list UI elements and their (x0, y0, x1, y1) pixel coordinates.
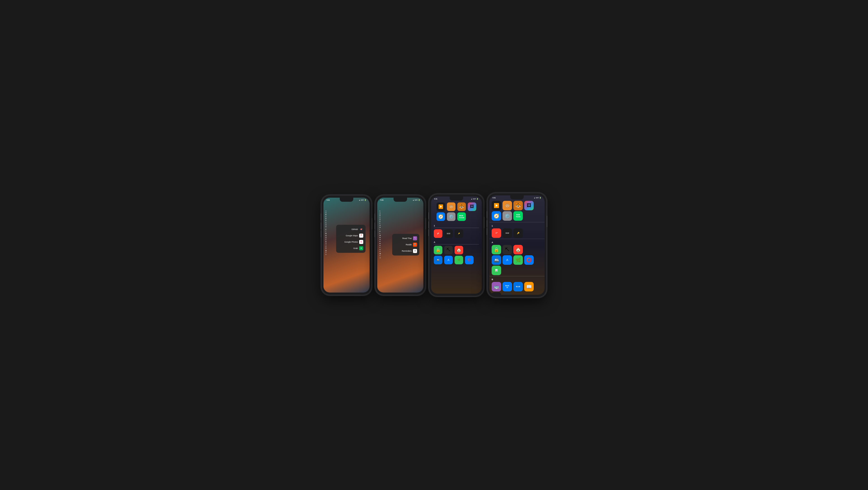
googlephotos-icon: 🌸 (359, 240, 363, 244)
phone-1-background: 9:41 ▲ WiFi 🔋 1 A B C D E F G H I K L (323, 198, 370, 293)
phone-4: 9:41 ▲ WiFi 🔋 ▶️ 🐵 🐯 🖼 🧭 ⚙️ WEBTOON (488, 193, 546, 297)
popup-label-reminders: Reminders (402, 250, 412, 252)
app-webtoon-4[interactable]: WEBTOON (513, 211, 523, 221)
app-books-4[interactable]: 📖 (524, 282, 534, 291)
popup-label-readthai: Read Thai (402, 237, 412, 239)
app-anno[interactable]: ⛏ (444, 246, 453, 254)
app-ferry[interactable]: 🚢 (434, 256, 442, 264)
popup-item-googlemaps[interactable]: Google Maps 📍 (336, 232, 366, 239)
app-airbnb-4[interactable]: 🏠 (513, 245, 523, 254)
sectionB-header-4: B (489, 276, 545, 282)
app-green2-4[interactable]: 🌿 (513, 255, 523, 265)
app-keysafe[interactable]: 🔒 (434, 246, 442, 254)
app-tiger[interactable]: 🐯 (457, 202, 466, 211)
phone-4-background: 9:41 ▲ WiFi 🔋 ▶️ 🐵 🐯 🖼 🧭 ⚙️ WEBTOON (489, 195, 545, 295)
status-time-1: 9:41 (327, 199, 330, 201)
popup-label-googlephotos: Google Photos (344, 241, 358, 243)
app-appstore-4[interactable]: A (502, 255, 512, 265)
app-play-4[interactable]: ▶️ (492, 201, 501, 210)
status-icons-3: ▲ WiFi 🔋 (471, 198, 478, 200)
popup-item-reminders[interactable]: Reminders ☰ (392, 248, 419, 254)
main-scene: 9:41 ▲ WiFi 🔋 1 A B C D E F G H I K L (308, 184, 560, 306)
app-bus-4[interactable]: 🚌 (492, 282, 501, 291)
app-1password[interactable]: 🔑 (455, 229, 463, 238)
app-safari-4[interactable]: 🧭 (492, 211, 501, 221)
phone-2-background: 9:41 ▲ WiFi 🔋 1 A B C D E F G H I K L (377, 198, 423, 293)
status-time-4: 9:41 (493, 197, 496, 199)
app-tiger-4[interactable]: 🐯 (513, 201, 523, 210)
phone-3-screen: 9:41 ▲ WiFi 🔋 ▶️ 🐵 🐯 🖼 🧭 ⚙️ WEBTOON (431, 197, 482, 294)
sectionA-label-3: A (431, 239, 482, 245)
app-14-4[interactable]: 1⁴ (492, 228, 501, 238)
popup-item-googlephotos[interactable]: Google Photos 🌸 (336, 239, 366, 245)
app-monkey-4[interactable]: 🐵 (502, 201, 512, 210)
popup-menu-1: GitHub 🐙 Google Maps 📍 Google Photos 🌸 G… (336, 225, 366, 253)
popup-item-github[interactable]: GitHub 🐙 (336, 226, 366, 232)
app-bankid-4[interactable]: BankID (502, 282, 512, 291)
phone-1-notch (340, 198, 353, 202)
status-time-3: 9:41 (434, 198, 437, 200)
grab-icon: G (359, 246, 363, 250)
popup-item-reddit[interactable]: Reddit 👽 (392, 241, 419, 248)
app-empty (468, 213, 476, 221)
status-icons-1: ▲ WiFi 🔋 (359, 199, 366, 201)
status-icons-2: ▲ WiFi 🔋 (412, 199, 420, 201)
app-photos-4[interactable]: 🖼 (524, 201, 534, 210)
status-icons-4: ▲ WiFi 🔋 (534, 197, 541, 199)
app-14[interactable]: 1⁴ (434, 229, 442, 238)
reminders-icon: ☰ (413, 249, 417, 253)
phone-3: 9:41 ▲ WiFi 🔋 ▶️ 🐵 🐯 🖼 🧭 ⚙️ WEBTOON (429, 194, 484, 296)
phone3-row2-apps: 🧭 ⚙️ WEBTOON (431, 212, 482, 222)
status-time-2: 9:41 (380, 199, 383, 201)
app-keysafe-4[interactable]: 🔒 (492, 245, 501, 254)
reddit-icon: 👽 (413, 242, 417, 247)
alpha-sidebar-2[interactable]: 1 A B C D E F G H I K L M N O P R (379, 210, 381, 259)
app-webtoon[interactable]: WEBTOON (457, 213, 466, 221)
section1-header-4: 1 (489, 222, 545, 228)
app-plus-4[interactable]: + (492, 292, 501, 295)
app-play[interactable]: ▶️ (436, 202, 445, 211)
phone-2-notch (394, 198, 407, 202)
app-photos[interactable]: 🖼 (468, 202, 476, 211)
app-skull-4[interactable]: 💀 (502, 292, 512, 295)
app-airbnb[interactable]: 🏠 (455, 246, 463, 254)
app-ferry-4[interactable]: 🚢 (492, 255, 501, 265)
popup-item-grab[interactable]: Grab G (336, 245, 366, 252)
phone-2: 9:41 ▲ WiFi 🔋 1 A B C D E F G H I K L (375, 195, 425, 295)
bar-icon-row-4: 📊 (489, 265, 545, 275)
app-monkey[interactable]: 🐵 (447, 202, 456, 211)
app-bluepay-4[interactable]: BLUE (513, 282, 523, 291)
app-barchart-4[interactable]: 📊 (492, 266, 501, 275)
app-safari[interactable]: 🧭 (436, 213, 445, 221)
sectionA-apps-row1-3: 🔒 ⛏ 🏠 (431, 245, 482, 255)
googlemaps-icon: 📍 (359, 234, 363, 238)
app-circle[interactable]: ⭕ (465, 256, 473, 264)
popup-menu-2: Read Thai ไ Reddit 👽 Reminders ☰ (392, 234, 419, 256)
section1-label-3: 1 (431, 222, 482, 228)
readthai-icon: ไ (413, 236, 417, 240)
app-appstore[interactable]: A (444, 256, 453, 264)
phone4-top-row2: 🧭 ⚙️ WEBTOON (489, 211, 545, 221)
app-green[interactable]: 🌿 (455, 256, 463, 264)
github-icon: 🐙 (359, 227, 363, 231)
sectionA-row2-4: 🚢 A 🌿 ⭕ (489, 255, 545, 265)
app-settings[interactable]: ⚙️ (447, 213, 456, 221)
alpha-sidebar-1[interactable]: 1 A B C D E F G H I K L M N O P R (325, 210, 327, 256)
phone-3-notch (450, 197, 463, 201)
app-anno-4[interactable]: ⛏ (502, 245, 512, 254)
sectionB-row2-4: + 💀 (489, 292, 545, 295)
phone-2-screen: 9:41 ▲ WiFi 🔋 1 A B C D E F G H I K L (377, 198, 423, 293)
popup-label-github: GitHub (351, 228, 358, 230)
sectionA-header-4: A (489, 239, 545, 244)
popup-item-readthai[interactable]: Read Thai ไ (392, 235, 419, 241)
app-1112-4[interactable]: 1112 (502, 228, 512, 238)
app-1pass-4[interactable]: 🔑 (513, 228, 523, 238)
popup-label-googlemaps: Google Maps (346, 234, 358, 237)
phone-1-screen: 9:41 ▲ WiFi 🔋 1 A B C D E F G H I K L (323, 198, 370, 293)
app-settings-4[interactable]: ⚙️ (502, 211, 512, 221)
phone-4-notch (510, 195, 524, 199)
phone-3-background: 9:41 ▲ WiFi 🔋 ▶️ 🐵 🐯 🖼 🧭 ⚙️ WEBTOON (431, 197, 482, 294)
app-circle-4[interactable]: ⭕ (524, 255, 534, 265)
phone-4-screen: 9:41 ▲ WiFi 🔋 ▶️ 🐵 🐯 🖼 🧭 ⚙️ WEBTOON (489, 195, 545, 295)
app-1112[interactable]: 1112 (444, 229, 453, 238)
